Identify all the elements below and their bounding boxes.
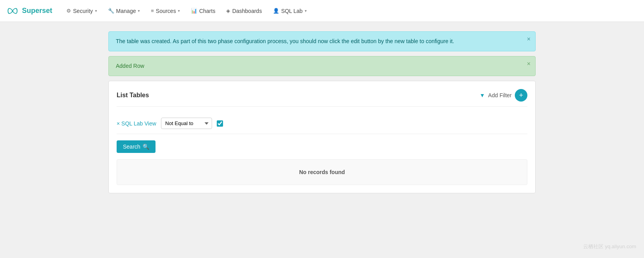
sqllab-icon: 👤 <box>273 8 279 14</box>
nav-item-security: ⚙ Security ▾ <box>62 5 102 17</box>
add-filter-label: Add Filter <box>488 92 512 98</box>
nav-link-security[interactable]: ⚙ Security ▾ <box>62 5 102 17</box>
infinity-icon <box>6 5 19 17</box>
no-records-text: No records found <box>299 169 345 175</box>
navbar: Superset ⚙ Security ▾ 🔧 Manage ▾ ≡ Sourc… <box>0 0 644 22</box>
nav-item-sources: ≡ Sources ▾ <box>146 5 185 17</box>
info-alert-message: The table was created. As part of this t… <box>116 38 454 44</box>
search-icon: 🔍 <box>143 144 149 150</box>
info-alert-close[interactable]: × <box>527 36 531 43</box>
nav-link-sources[interactable]: ≡ Sources ▾ <box>146 5 185 17</box>
search-button-label: Search <box>123 144 140 150</box>
success-alert: Added Row × <box>108 56 536 76</box>
filter-tag-sql-lab-view[interactable]: × SQL Lab View <box>117 120 156 127</box>
filter-icon: ▼ <box>479 92 485 98</box>
nav-item-dashboards: ◈ Dashboards <box>221 5 267 17</box>
nav-menu: ⚙ Security ▾ 🔧 Manage ▾ ≡ Sources ▾ 📊 Ch… <box>62 5 311 17</box>
chevron-down-icon: ▾ <box>95 9 97 13</box>
nav-item-manage: 🔧 Manage ▾ <box>103 5 145 17</box>
filter-row: × SQL Lab View Not Equal to Equal to Is <box>117 113 527 134</box>
nav-label-dashboards: Dashboards <box>232 8 262 14</box>
no-records-message: No records found <box>117 159 527 185</box>
nav-label-sqllab: SQL Lab <box>281 8 303 14</box>
nav-label-security: Security <box>73 8 93 14</box>
success-alert-close[interactable]: × <box>527 60 531 67</box>
add-filter-area: ▼ Add Filter + <box>479 89 527 102</box>
nav-link-manage[interactable]: 🔧 Manage ▾ <box>103 5 145 17</box>
nav-label-manage: Manage <box>116 8 136 14</box>
panel-header: List Tables ▼ Add Filter + <box>117 89 527 107</box>
manage-icon: 🔧 <box>108 8 114 14</box>
nav-link-sqllab[interactable]: 👤 SQL Lab ▾ <box>268 5 311 17</box>
success-alert-message: Added Row <box>116 63 144 69</box>
list-tables-panel: List Tables ▼ Add Filter + × SQL Lab Vie… <box>108 81 536 193</box>
info-alert: The table was created. As part of this t… <box>108 31 536 51</box>
brand-name: Superset <box>22 7 52 15</box>
chevron-down-icon-sources: ▾ <box>178 9 180 13</box>
nav-label-charts: Charts <box>199 8 215 14</box>
charts-icon: 📊 <box>191 8 197 14</box>
sources-icon: ≡ <box>151 8 154 14</box>
panel-title: List Tables <box>117 92 149 99</box>
nav-item-sqllab: 👤 SQL Lab ▾ <box>268 5 311 17</box>
security-icon: ⚙ <box>66 8 71 14</box>
nav-link-charts[interactable]: 📊 Charts <box>186 5 220 17</box>
filter-checkbox[interactable] <box>217 120 223 127</box>
chevron-down-icon-sqllab: ▾ <box>305 9 307 13</box>
add-filter-button[interactable]: + <box>515 89 527 102</box>
filter-operator-select[interactable]: Not Equal to Equal to Is <box>161 118 212 129</box>
chevron-down-icon-manage: ▾ <box>138 9 140 13</box>
search-button[interactable]: Search 🔍 <box>117 140 156 153</box>
brand-logo[interactable]: Superset <box>6 5 52 17</box>
dashboards-icon: ◈ <box>226 8 230 14</box>
main-content: The table was created. As part of this t… <box>102 31 542 193</box>
nav-item-charts: 📊 Charts <box>186 5 220 17</box>
nav-link-dashboards[interactable]: ◈ Dashboards <box>221 5 267 17</box>
nav-label-sources: Sources <box>156 8 176 14</box>
